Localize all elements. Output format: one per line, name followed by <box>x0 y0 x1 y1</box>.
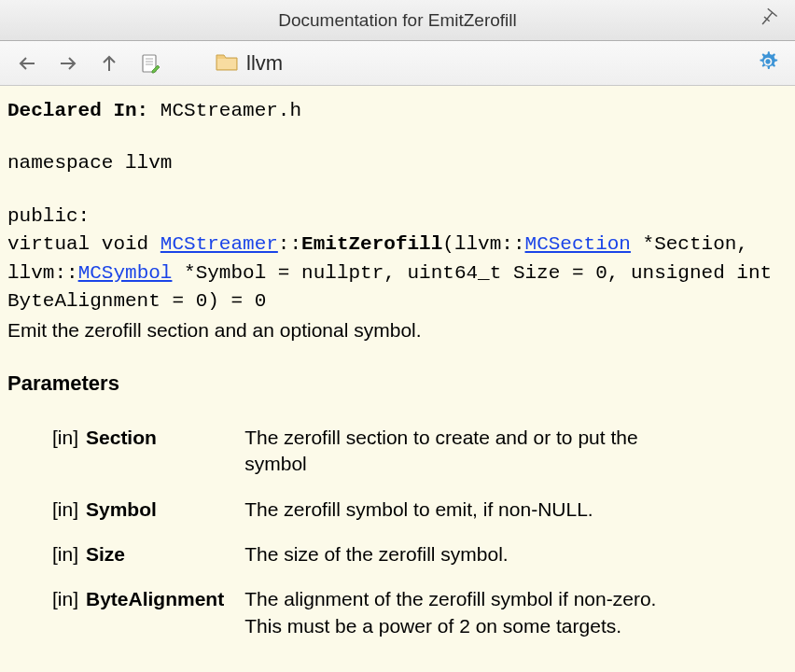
parameters-table: [in] Section The zerofill section to cre… <box>52 415 692 649</box>
param-direction: [in] <box>52 532 86 577</box>
svg-rect-4 <box>217 59 236 69</box>
link-mcsection[interactable]: MCSection <box>525 233 631 255</box>
breadcrumb[interactable]: llvm <box>215 51 283 76</box>
sig-prefix: virtual void <box>7 233 160 255</box>
link-mcstreamer[interactable]: MCStreamer <box>160 233 278 255</box>
signature-block: public: virtual void MCStreamer::EmitZer… <box>7 203 788 316</box>
window-title: Documentation for EmitZerofill <box>278 10 517 31</box>
table-row: [in] ByteAlignment The alignment of the … <box>52 577 692 649</box>
table-row: [in] Size The size of the zerofill symbo… <box>52 532 692 577</box>
public-line: public: <box>7 203 788 231</box>
table-row: [in] Section The zerofill section to cre… <box>52 415 692 487</box>
param-name: Section <box>86 415 244 487</box>
documentation-content: Declared In: MCStreamer.h namespace llvm… <box>0 86 795 672</box>
param-direction: [in] <box>52 487 86 532</box>
edit-button[interactable] <box>136 49 164 77</box>
folder-icon <box>215 51 239 76</box>
sig-paren-open: (llvm:: <box>442 233 524 255</box>
param-desc: The zerofill section to create and or to… <box>244 415 692 487</box>
sig-sep: :: <box>278 233 301 255</box>
titlebar: Documentation for EmitZerofill <box>0 0 795 41</box>
parameters-heading: Parameters <box>7 369 788 399</box>
param-desc: The size of the zerofill symbol. <box>244 532 692 577</box>
param-name: Size <box>86 532 244 577</box>
param-name: ByteAlignment <box>86 577 244 649</box>
param-direction: [in] <box>52 577 86 649</box>
link-mcsymbol[interactable]: MCSymbol <box>78 262 173 284</box>
toolbar: llvm <box>0 41 795 86</box>
param-desc: The alignment of the zerofill symbol if … <box>244 577 692 649</box>
declared-in-label: Declared In: <box>7 100 148 121</box>
up-button[interactable] <box>95 49 123 77</box>
sig-method-name: EmitZerofill <box>301 233 442 255</box>
back-button[interactable] <box>13 49 41 77</box>
pin-icon[interactable] <box>758 7 778 32</box>
description-line: Emit the zerofill section and an optiona… <box>7 316 788 344</box>
param-name: Symbol <box>86 487 244 532</box>
breadcrumb-label: llvm <box>246 51 283 76</box>
forward-button[interactable] <box>54 49 82 77</box>
param-direction: [in] <box>52 415 86 487</box>
declared-in-file: MCStreamer.h <box>160 100 301 121</box>
param-desc: The zerofill symbol to emit, if non-NULL… <box>244 487 692 532</box>
settings-button[interactable] <box>756 49 780 77</box>
namespace-line: namespace llvm <box>7 149 788 177</box>
table-row: [in] Symbol The zerofill symbol to emit,… <box>52 487 692 532</box>
declared-in-line: Declared In: MCStreamer.h <box>7 97 788 125</box>
